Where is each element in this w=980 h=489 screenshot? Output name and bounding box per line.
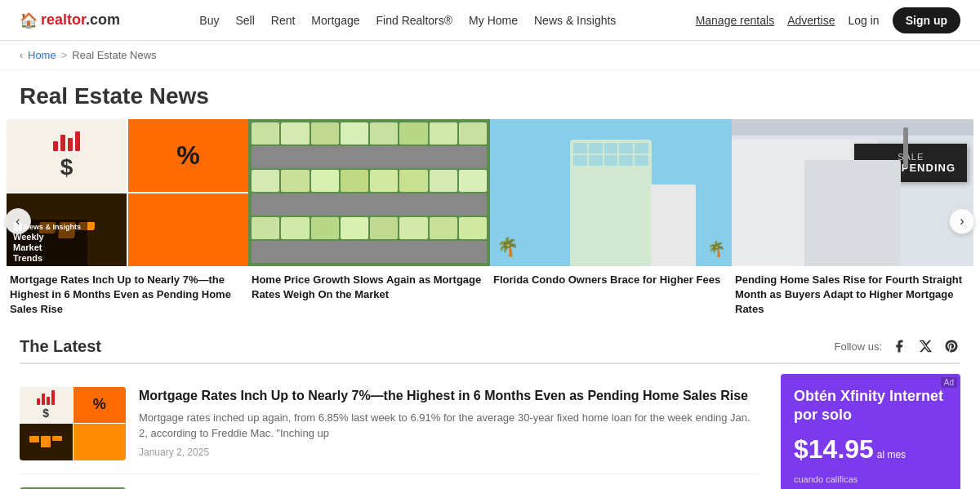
twitter-x-icon[interactable] [916,337,934,355]
nav-mortgage[interactable]: Mortgage [311,14,359,27]
overlay-trends: Trends [13,253,81,263]
article-item-2[interactable]: Home Price Growth Slows Again as Mortgag… [20,474,761,489]
breadcrumb-chevron-icon: ‹ [20,50,23,61]
article-info-1: Mortgage Rates Inch Up to Nearly 7%—the … [139,387,761,460]
nav-find-realtors[interactable]: Find Realtors® [376,14,453,27]
thumb-lines-cell [74,424,127,460]
sidebar-ad: Ad Obtén Xfinity Internet por solo $14.9… [781,374,960,489]
nav-buy[interactable]: Buy [199,14,219,27]
latest-header: The Latest Follow us: [20,337,960,364]
carousel-item-4[interactable]: SALE SALE PENDING Pending Home Sales Ris… [732,119,973,324]
thumb-dollar-cell: $ [20,387,73,424]
logo-house-icon: 🏠 [20,11,38,29]
follow-label: Follow us: [834,340,882,353]
nav-rent[interactable]: Rent [271,14,296,27]
grid-cell-percent: % [128,119,248,192]
carousel-item-1[interactable]: $ % [7,119,248,324]
carousel-caption-1: Mortgage Rates Inch Up to Nearly 7%—the … [7,266,248,324]
nav-my-home[interactable]: My Home [469,14,518,27]
latest-section: The Latest Follow us: [0,324,980,489]
carousel-prev-button[interactable]: ‹ [5,208,31,234]
grid-cell-dollar: $ [7,119,127,192]
manage-rentals-link[interactable]: Manage rentals [696,14,775,27]
carousel-item-2[interactable]: Home Price Growth Slows Again as Mortgag… [248,119,490,324]
logo-text: realtor.com [41,11,120,29]
carousel-track: $ % [7,119,973,324]
thumb-percent-cell: % [74,387,127,424]
latest-title: The Latest [20,337,101,356]
ad-price-unit: al mes [877,449,906,460]
nav-sell[interactable]: Sell [235,14,254,27]
thumb-shapes-cell [20,424,73,460]
follow-us: Follow us: [834,337,960,355]
latest-content: $ % [20,374,960,489]
signup-button[interactable]: Sign up [893,7,960,33]
article-excerpt-1: Mortgage rates inched up again, from 6.8… [139,410,761,442]
grid-cell-lines [128,193,248,266]
nav-right: Manage rentals Advertise Log in Sign up [696,7,960,33]
breadcrumb-current: Real Estate News [72,49,156,61]
ad-price-block: $14.95 al mes [794,434,947,465]
article-item-1[interactable]: $ % [20,374,761,474]
ad-container: Ad Obtén Xfinity Internet por solo $14.9… [781,374,960,489]
latest-articles: $ % [20,374,761,489]
overlay-market: Market [13,242,81,252]
carousel-section: ‹ $ [0,119,980,324]
carousel-caption-3: Florida Condo Owners Brace for Higher Fe… [490,266,732,294]
breadcrumb-separator: > [61,49,68,61]
carousel-next-button[interactable]: › [949,208,975,234]
advertise-link[interactable]: Advertise [787,14,835,27]
ad-when: cuando calificas [794,474,947,484]
carousel-caption-2: Home Price Growth Slows Again as Mortgag… [248,266,490,309]
article-date-1: January 2, 2025 [139,447,761,458]
facebook-icon[interactable] [890,337,908,355]
nav-links: Buy Sell Rent Mortgage Find Realtors® My… [199,14,616,27]
breadcrumb-home-link[interactable]: Home [28,49,56,61]
login-button[interactable]: Log in [849,14,880,27]
article-title-1[interactable]: Mortgage Rates Inch Up to Nearly 7%—the … [139,387,761,405]
nav-news-insights[interactable]: News & Insights [534,14,616,27]
pinterest-icon[interactable] [942,337,960,355]
top-nav: 🏠 realtor.com Buy Sell Rent Mortgage Fin… [0,0,980,41]
logo[interactable]: 🏠 realtor.com [20,11,120,29]
breadcrumb: ‹ Home > Real Estate News [0,41,980,70]
carousel-caption-4: Pending Home Sales Rise for Fourth Strai… [732,266,973,324]
article-thumb-1: $ % [20,387,126,460]
ad-price-value: $14.95 [794,434,874,464]
ad-headline: Obtén Xfinity Internet por solo [794,387,947,425]
ad-label: Ad [941,377,957,388]
page-title: Real Estate News [0,70,980,119]
carousel-item-3[interactable]: 🌴 🌴 Florida Condo Owners Brace for Highe… [490,119,732,324]
